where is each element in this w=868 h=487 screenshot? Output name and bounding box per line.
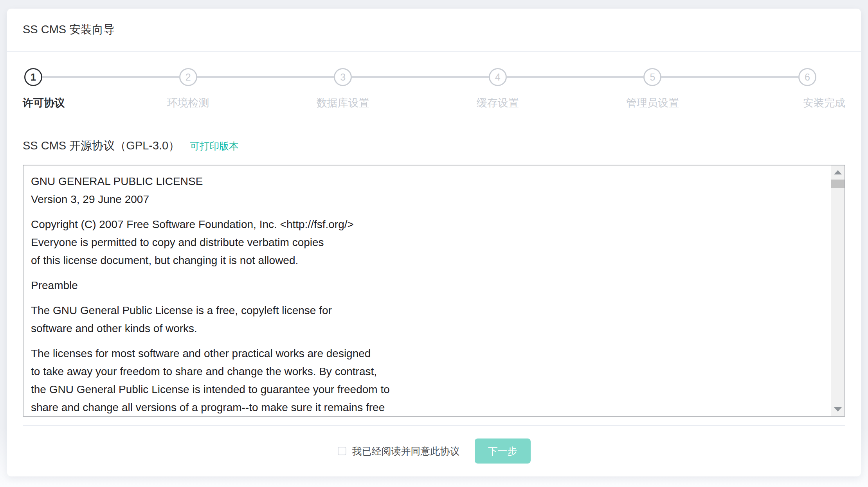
agree-checkbox[interactable]	[338, 447, 346, 455]
stepper-step: 3 数据库设置	[334, 68, 489, 86]
step-connector-line	[507, 76, 644, 78]
step-connector-line	[352, 76, 489, 78]
license-text: GNU GENERAL PUBLIC LICENSE Version 3, 29…	[23, 165, 830, 416]
stepper-step: 2 环境检测	[179, 68, 334, 86]
step-number-circle: 5	[643, 68, 661, 86]
scroll-down-arrow-icon	[834, 407, 842, 412]
stepper: 1 许可协议 2 环境检测 3 数据库设置 4 缓存设置 5 管理员设置 6 安…	[23, 68, 845, 86]
step-number-circle: 6	[798, 68, 816, 86]
card-footer: 我已经阅读并同意此协议 下一步	[23, 425, 845, 464]
install-wizard-card: SS CMS 安装向导 1 许可协议 2 环境检测 3 数据库设置 4 缓存设置…	[7, 9, 861, 476]
scroll-up-arrow-icon	[834, 170, 842, 174]
step-label: 安装完成	[803, 96, 845, 110]
license-heading-row: SS CMS 开源协议（GPL-3.0） 可打印版本	[23, 138, 845, 154]
step-number-circle: 2	[179, 68, 197, 86]
step-number-circle: 4	[489, 68, 507, 86]
step-label: 数据库设置	[317, 96, 369, 110]
step-label: 许可协议	[23, 96, 65, 110]
stepper-step: 5 管理员设置	[643, 68, 798, 86]
step-label: 缓存设置	[477, 96, 519, 110]
step-connector-line	[661, 76, 798, 78]
step-label: 环境检测	[167, 96, 209, 110]
step-label: 管理员设置	[626, 96, 679, 110]
scrollbar-thumb[interactable]	[831, 180, 845, 188]
next-step-button[interactable]: 下一步	[475, 438, 531, 464]
agree-checkbox-label[interactable]: 我已经阅读并同意此协议	[352, 445, 460, 458]
printable-version-link[interactable]: 可打印版本	[190, 140, 239, 153]
step-number-circle: 1	[24, 68, 42, 86]
stepper-step: 1 许可协议	[24, 68, 179, 86]
license-paragraph: Preamble	[31, 277, 823, 295]
license-title: SS CMS 开源协议（GPL-3.0）	[23, 138, 180, 154]
license-scroll-box[interactable]: GNU GENERAL PUBLIC LICENSE Version 3, 29…	[23, 165, 845, 417]
scrollbar-track[interactable]	[831, 165, 845, 416]
stepper-step: 6 安装完成	[798, 68, 816, 86]
step-connector-line	[42, 76, 179, 78]
license-paragraph: GNU GENERAL PUBLIC LICENSE Version 3, 29…	[31, 173, 823, 208]
license-paragraph: The GNU General Public License is a free…	[31, 302, 823, 338]
scroll-up-button[interactable]	[831, 165, 845, 179]
stepper-step: 4 缓存设置	[489, 68, 644, 86]
license-paragraph: The licenses for most software and other…	[31, 345, 823, 416]
license-paragraph: Copyright (C) 2007 Free Software Foundat…	[31, 216, 823, 270]
step-connector-line	[197, 76, 334, 78]
step-number-circle: 3	[334, 68, 352, 86]
scroll-down-button[interactable]	[831, 403, 845, 416]
page-title: SS CMS 安装向导	[23, 22, 115, 38]
card-header: SS CMS 安装向导	[7, 9, 861, 52]
